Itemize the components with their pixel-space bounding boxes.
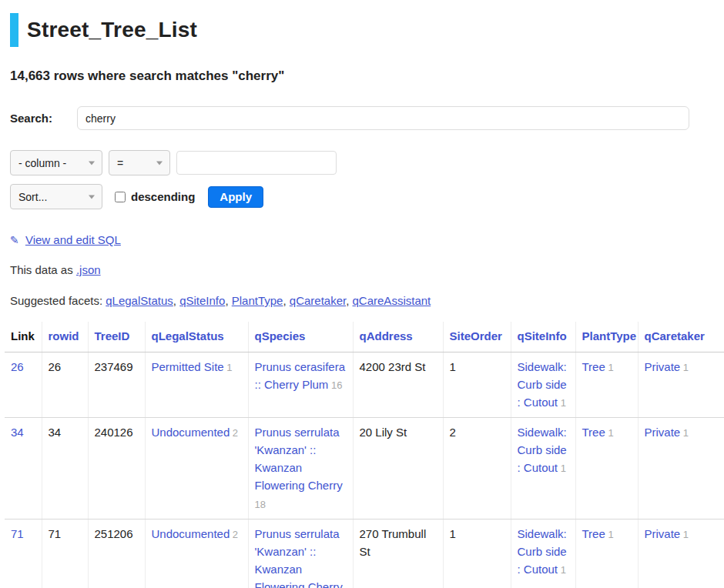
column-header-SiteOrder[interactable]: SiteOrder [443, 322, 511, 352]
suggested-facets-line: Suggested facets: qLegalStatus, qSiteInf… [10, 294, 724, 307]
apply-button[interactable]: Apply [208, 186, 263, 208]
table-header-row: LinkrowidTreeIDqLegalStatusqSpeciesqAddr… [5, 322, 724, 352]
facet-count: 1 [558, 564, 566, 576]
facet-count: 1 [680, 362, 689, 373]
table-cell: 240126 [88, 418, 145, 520]
sql-line: ✎ View and edit SQL [10, 233, 724, 246]
column-sort-link[interactable]: rowid [49, 329, 79, 342]
facet-value-link[interactable]: Private [645, 527, 681, 540]
column-header-qAddress[interactable]: qAddress [353, 322, 443, 352]
table-cell: 26 [42, 352, 88, 418]
table-cell: Prunus cerasifera :: Cherry Plum 16 [248, 352, 353, 418]
facet-value-link[interactable]: Undocumented [152, 527, 230, 540]
pencil-icon: ✎ [10, 234, 19, 246]
facet-value-link[interactable]: Tree [582, 426, 605, 439]
table-cell: Undocumented 2 [145, 520, 248, 588]
data-export-line: This data as .json [10, 263, 724, 276]
json-link[interactable]: .json [76, 263, 101, 276]
table-cell: Sidewalk: Curb side : Cutout 1 [511, 520, 575, 588]
facet-link-PlantType[interactable]: PlantType [232, 294, 283, 307]
column-sort-link[interactable]: TreeID [95, 329, 130, 342]
data-as-prefix: This data as [10, 263, 76, 276]
table-cell: 1 [443, 520, 511, 588]
row-link[interactable]: 71 [11, 527, 24, 540]
facet-count: 1 [224, 362, 233, 373]
search-label: Search: [10, 112, 77, 125]
facet-count: 1 [605, 427, 614, 439]
sort-select[interactable]: Sort... [10, 184, 102, 209]
column-sort-link[interactable]: qSiteInfo [518, 329, 567, 342]
facet-count: 1 [680, 427, 689, 439]
facet-count: 1 [558, 397, 566, 409]
table-row: 3434240126Undocumented 2Prunus serrulata… [5, 418, 724, 520]
facet-link-qSiteInfo[interactable]: qSiteInfo [179, 294, 225, 307]
column-header-qSpecies[interactable]: qSpecies [248, 322, 353, 352]
filter-value-input[interactable] [176, 151, 337, 175]
facets-prefix: Suggested facets: [10, 294, 106, 307]
table-cell: Prunus serrulata 'Kwanzan' :: Kwanzan Fl… [248, 520, 353, 588]
column-select[interactable]: - column - [10, 150, 102, 175]
table-cell: Tree 1 [575, 352, 638, 418]
facet-value-link[interactable]: Permitted Site [152, 360, 224, 373]
row-link[interactable]: 34 [11, 426, 24, 439]
table-cell: Undocumented 2 [145, 418, 248, 520]
facet-links: qLegalStatus, qSiteInfo, PlantType, qCar… [106, 294, 431, 307]
table-cell: Prunus serrulata 'Kwanzan' :: Kwanzan Fl… [248, 418, 353, 520]
table-cell: 20 Lily St [353, 418, 443, 520]
table-cell: 71 [5, 520, 42, 588]
operator-select[interactable]: = [109, 150, 170, 175]
search-input[interactable] [77, 106, 689, 130]
facet-count: 1 [680, 529, 689, 540]
table-cell: 71 [42, 520, 88, 588]
facet-value-link[interactable]: Tree [582, 527, 605, 540]
page-title-block: Street_Tree_List [10, 13, 724, 47]
table-cell: 1 [443, 352, 511, 418]
column-sort-link[interactable]: PlantType [582, 329, 637, 342]
column-header-qLegalStatus[interactable]: qLegalStatus [145, 322, 248, 352]
facet-value-link[interactable]: Tree [582, 360, 605, 373]
facet-link-qCaretaker[interactable]: qCaretaker [290, 294, 346, 307]
table-row: 7171251206Undocumented 2Prunus serrulata… [5, 520, 724, 588]
column-sort-link[interactable]: qCaretaker [645, 329, 705, 342]
column-header-TreeID[interactable]: TreeID [88, 322, 145, 352]
facet-link-qLegalStatus[interactable]: qLegalStatus [106, 294, 173, 307]
column-header-qCaretaker[interactable]: qCaretaker [638, 322, 724, 352]
column-sort-link[interactable]: SiteOrder [450, 329, 502, 342]
facet-count: 1 [605, 362, 614, 373]
facet-count: 2 [230, 529, 238, 540]
sort-select-wrap: Sort... [10, 184, 102, 209]
table-cell: Permitted Site 1 [145, 352, 248, 418]
descending-checkbox[interactable] [115, 192, 126, 202]
table-head: LinkrowidTreeIDqLegalStatusqSpeciesqAddr… [5, 322, 724, 352]
view-edit-sql-link[interactable]: View and edit SQL [25, 233, 121, 246]
table-cell: 34 [42, 418, 88, 520]
facet-value-link[interactable]: Undocumented [152, 426, 230, 439]
facet-value-link[interactable]: Prunus serrulata 'Kwanzan' :: Kwanzan Fl… [255, 527, 343, 588]
row-link[interactable]: 26 [11, 360, 24, 373]
facet-count: 2 [230, 427, 238, 439]
column-sort-link[interactable]: qAddress [360, 329, 413, 342]
table-row: 2626237469Permitted Site 1Prunus cerasif… [5, 352, 724, 418]
table-cell: Private 1 [638, 352, 724, 418]
facet-value-link[interactable]: Private [645, 360, 681, 373]
row-count-summary: 14,663 rows where search matches "cherry… [10, 68, 724, 84]
facet-value-link[interactable]: Private [645, 426, 681, 439]
facet-value-link[interactable]: Prunus serrulata 'Kwanzan' :: Kwanzan Fl… [255, 426, 343, 492]
column-header-qSiteInfo[interactable]: qSiteInfo [511, 322, 575, 352]
table-cell: Tree 1 [575, 520, 638, 588]
column-header-rowid[interactable]: rowid [42, 322, 88, 352]
column-sort-link[interactable]: qSpecies [255, 329, 306, 342]
facet-count: 18 [255, 499, 266, 510]
table-cell: 4200 23rd St [353, 352, 443, 418]
facet-count: 16 [328, 379, 342, 391]
facet-link-qCareAssistant[interactable]: qCareAssistant [353, 294, 431, 307]
table-cell: 26 [5, 352, 42, 418]
search-form: Search: [10, 106, 724, 130]
facet-count: 1 [558, 463, 566, 474]
page: Street_Tree_List 14,663 rows where searc… [0, 13, 724, 588]
table-cell: 251206 [88, 520, 145, 588]
descending-label: descending [131, 190, 195, 203]
column-sort-link[interactable]: qLegalStatus [152, 329, 224, 342]
column-header-PlantType[interactable]: PlantType [575, 322, 638, 352]
column-header-Link: Link [5, 322, 42, 352]
